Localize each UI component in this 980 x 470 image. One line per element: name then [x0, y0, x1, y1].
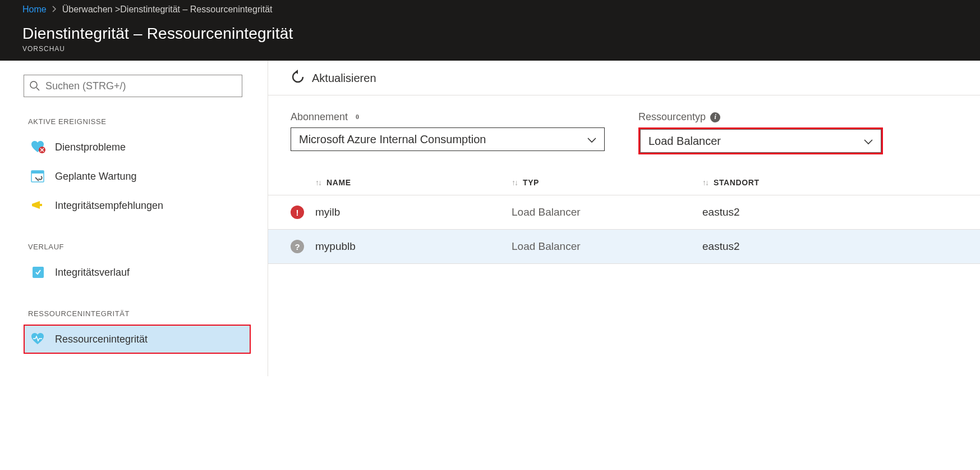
svg-line-1 [36, 88, 39, 90]
page-title: Dienstintegrität – Ressourcenintegrität [22, 25, 969, 43]
chevron-down-icon [864, 135, 873, 148]
sidebar-item-health-recommendations[interactable]: Integritätsempfehlungen [24, 191, 251, 220]
sidebar-section-active: AKTIVE EREIGNISSE [28, 117, 251, 126]
resource-type: Load Balancer [512, 240, 702, 253]
subscription-dropdown[interactable]: Microsoft Azure Internal Consumption [291, 127, 605, 151]
health-document-icon [30, 266, 46, 279]
subscription-filter-label: Abonnement 0 [291, 111, 605, 123]
sort-icon: ↑↓ [512, 178, 517, 187]
sidebar-item-resource-health[interactable]: Ressourcenintegrität [24, 325, 251, 354]
status-unknown-icon: ? [291, 240, 304, 253]
info-icon[interactable]: i [710, 112, 720, 122]
subscription-dropdown-value: Microsoft Azure Internal Consumption [299, 133, 486, 146]
breadcrumb: Home Überwachen >Dienstintegrität – Ress… [0, 0, 980, 19]
resource-location: eastus2 [702, 206, 958, 218]
sidebar-item-label: Integritätsverlauf [55, 267, 130, 279]
search-box[interactable] [24, 75, 242, 97]
sidebar-section-history: VERLAUF [28, 243, 251, 251]
sidebar: AKTIVE EREIGNISSE Dienstprobleme Geplant… [0, 61, 268, 376]
breadcrumb-path: Überwachen >Dienstintegrität – Ressource… [62, 4, 273, 15]
resource-name: mypublb [315, 240, 512, 253]
sidebar-item-label: Geplante Wartung [55, 171, 136, 182]
toolbar: Aktualisieren [268, 61, 980, 95]
breadcrumb-home-link[interactable]: Home [22, 4, 47, 15]
main-content: Aktualisieren Abonnement 0 Microsoft Azu… [268, 61, 980, 376]
sort-icon: ↑↓ [315, 178, 321, 187]
resource-type-filter-label: Ressourcentyp i [638, 111, 883, 123]
svg-point-0 [30, 81, 37, 88]
refresh-icon[interactable] [291, 70, 305, 87]
column-header-type[interactable]: ↑↓ TYP [512, 178, 702, 187]
resource-type-dropdown-value: Load Balancer [648, 135, 721, 148]
sidebar-item-planned-maintenance[interactable]: Geplante Wartung [24, 162, 251, 191]
resource-type-dropdown[interactable]: Load Balancer [640, 129, 881, 153]
sidebar-item-service-issues[interactable]: Dienstprobleme [24, 133, 251, 162]
resource-type: Load Balancer [512, 206, 702, 218]
heart-error-icon [30, 140, 46, 154]
megaphone-icon [30, 199, 46, 212]
sidebar-item-label: Dienstprobleme [55, 142, 126, 153]
status-error-icon: ! [291, 206, 304, 219]
chevron-right-icon [52, 6, 57, 14]
svg-rect-6 [31, 171, 44, 174]
search-input[interactable] [45, 80, 236, 92]
column-header-name[interactable]: ↑↓ NAME [315, 178, 512, 187]
heart-pulse-icon [30, 332, 46, 346]
calendar-wrench-icon [30, 170, 46, 183]
refresh-button[interactable]: Aktualisieren [312, 72, 376, 85]
resources-table: ↑↓ NAME ↑↓ TYP ↑↓ STANDORT ! myilb Load … [268, 170, 980, 264]
sidebar-item-label: Ressourcenintegrität [55, 334, 148, 345]
page-subtitle: VORSCHAU [22, 45, 969, 53]
sidebar-section-resource: RESSOURCENINTEGRITÄT [28, 309, 251, 318]
svg-rect-7 [40, 204, 42, 206]
info-icon[interactable]: 0 [352, 112, 362, 122]
resource-name: myilb [315, 206, 512, 218]
table-row[interactable]: ! myilb Load Balancer eastus2 [268, 195, 980, 230]
sidebar-item-health-history[interactable]: Integritätsverlauf [24, 258, 251, 287]
resource-location: eastus2 [702, 240, 958, 253]
search-icon [30, 79, 45, 93]
chevron-down-icon [587, 133, 596, 146]
table-row[interactable]: ? mypublb Load Balancer eastus2 [268, 230, 980, 264]
column-header-location[interactable]: ↑↓ STANDORT [702, 178, 958, 187]
sort-icon: ↑↓ [702, 178, 708, 187]
table-header: ↑↓ NAME ↑↓ TYP ↑↓ STANDORT [268, 170, 980, 195]
sidebar-item-label: Integritätsempfehlungen [55, 200, 163, 212]
